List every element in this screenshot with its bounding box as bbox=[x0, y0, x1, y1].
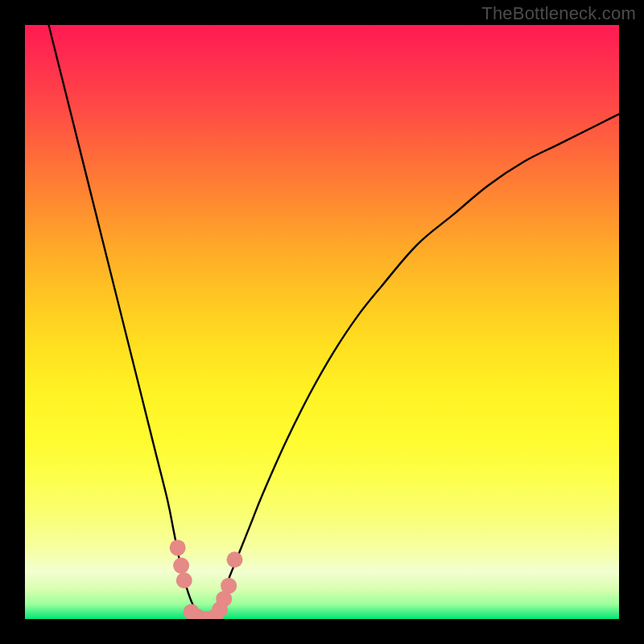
highlight-dot bbox=[170, 539, 186, 555]
plot-area bbox=[25, 25, 619, 619]
highlight-dot bbox=[221, 578, 237, 594]
chart-canvas: TheBottleneck.com bbox=[0, 0, 644, 644]
curve-layer bbox=[25, 25, 619, 619]
highlight-dot bbox=[176, 572, 192, 588]
highlight-dot bbox=[227, 551, 243, 568]
attribution-watermark: TheBottleneck.com bbox=[481, 3, 636, 24]
highlight-dot bbox=[173, 558, 189, 574]
bottleneck-curve bbox=[49, 25, 619, 619]
